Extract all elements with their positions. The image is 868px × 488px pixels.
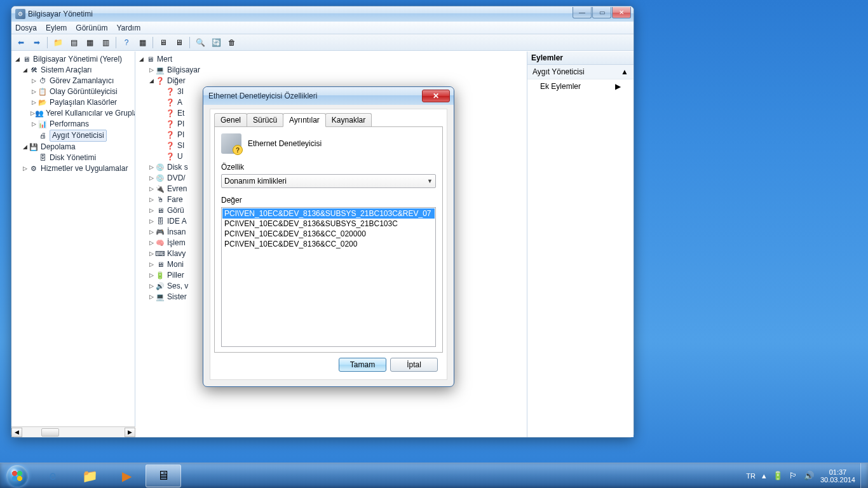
nav-perf[interactable]: Performans bbox=[50, 119, 89, 130]
tab-resources[interactable]: Kaynaklar bbox=[325, 113, 372, 127]
scroll-track[interactable] bbox=[22, 428, 125, 437]
nav-diskmgmt[interactable]: Disk Yönetimi bbox=[50, 152, 96, 163]
tray-volume-icon[interactable]: 🔊 bbox=[804, 471, 814, 480]
dev-root[interactable]: Mert bbox=[157, 54, 172, 65]
nav-localusers[interactable]: Yerel Kullanıcılar ve Gruplar bbox=[46, 108, 135, 119]
dev-item[interactable]: Klavy bbox=[167, 248, 186, 259]
expand-icon[interactable]: ◢ bbox=[148, 76, 155, 86]
nav-services[interactable]: Hizmetler ve Uygulamalar bbox=[41, 163, 128, 174]
dev-item[interactable]: İnsan bbox=[167, 227, 186, 238]
taskbar-compmgmt[interactable]: 🖥 bbox=[146, 464, 181, 487]
tab-general[interactable]: Genel bbox=[214, 113, 247, 127]
tab-driver[interactable]: Sürücü bbox=[247, 113, 283, 127]
tb-device-icon[interactable]: 🖥 bbox=[172, 36, 186, 49]
tb-monitor-icon[interactable]: 🖥 bbox=[156, 36, 170, 49]
dev-item[interactable]: Görü bbox=[167, 205, 184, 216]
dev-item[interactable]: SI bbox=[177, 140, 184, 151]
expand-icon[interactable]: ▷ bbox=[148, 281, 155, 292]
dev-item[interactable]: Evren bbox=[167, 184, 187, 194]
scroll-right[interactable]: ▶ bbox=[125, 428, 135, 437]
expand-icon[interactable]: ▷ bbox=[31, 108, 35, 119]
maximize-button[interactable]: ▭ bbox=[592, 7, 611, 18]
tray-chevron-up-icon[interactable]: ▴ bbox=[762, 471, 766, 480]
expand-icon[interactable]: ▷ bbox=[148, 259, 155, 270]
expand-icon[interactable]: ▷ bbox=[31, 119, 37, 130]
taskbar-mediaplayer[interactable]: ▶ bbox=[109, 464, 144, 487]
expand-icon[interactable]: ◢ bbox=[22, 142, 29, 152]
actions-section[interactable]: Aygıt Yöneticisi ▲ bbox=[527, 65, 634, 79]
tb-refresh-icon[interactable]: 🔄 bbox=[209, 36, 223, 49]
dev-item[interactable]: Et bbox=[177, 108, 184, 119]
expand-icon[interactable]: ▷ bbox=[148, 184, 155, 194]
tab-details[interactable]: Ayrıntılar bbox=[283, 113, 326, 127]
dev-item[interactable]: Ses, v bbox=[167, 281, 188, 292]
tb-scan-icon[interactable]: 🔍 bbox=[193, 36, 207, 49]
expand-icon[interactable]: ▷ bbox=[148, 194, 155, 205]
expand-icon[interactable]: ▷ bbox=[22, 163, 29, 174]
dev-item[interactable]: Fare bbox=[167, 194, 183, 205]
actions-more[interactable]: Ek Eylemler ▶ bbox=[527, 79, 634, 93]
tb-list-icon[interactable]: ▤ bbox=[67, 36, 81, 49]
expand-icon[interactable]: ◢ bbox=[138, 54, 145, 65]
dev-item[interactable]: İşlem bbox=[167, 238, 186, 248]
expand-icon[interactable]: ◢ bbox=[22, 65, 29, 76]
back-button[interactable]: ⬅ bbox=[14, 36, 28, 49]
menu-file[interactable]: Dosya bbox=[15, 24, 37, 32]
expand-icon[interactable]: ▷ bbox=[148, 238, 155, 248]
nav-pane[interactable]: ◢🖥Bilgisayar Yönetimi (Yerel) ◢🛠Sistem A… bbox=[11, 51, 135, 426]
show-desktop-button[interactable] bbox=[860, 463, 868, 489]
tray-action-center-icon[interactable]: 🏳 bbox=[789, 471, 797, 480]
dev-item[interactable]: PI bbox=[177, 119, 184, 130]
expand-icon[interactable]: ▷ bbox=[31, 86, 37, 97]
expand-icon[interactable]: ▷ bbox=[148, 248, 155, 259]
scroll-thumb[interactable] bbox=[41, 428, 59, 437]
tray-battery-icon[interactable]: 🔋 bbox=[773, 471, 783, 480]
nav-tools[interactable]: Sistem Araçları bbox=[41, 65, 92, 76]
property-combo[interactable]: Donanım kimlikleri ▼ bbox=[221, 174, 436, 188]
minimize-button[interactable]: — bbox=[573, 7, 592, 18]
nav-storage[interactable]: Depolama bbox=[41, 142, 76, 152]
menu-help[interactable]: Yardım bbox=[116, 24, 140, 32]
nav-scheduler[interactable]: Görev Zamanlayıcı bbox=[50, 76, 114, 86]
taskbar-ie[interactable]: ｅ bbox=[35, 464, 71, 487]
close-button[interactable]: ✕ bbox=[612, 7, 631, 18]
dev-item[interactable]: PI bbox=[177, 130, 184, 140]
ok-button[interactable]: Tamam bbox=[339, 358, 386, 372]
expand-icon[interactable]: ▷ bbox=[148, 173, 155, 184]
nav-shared[interactable]: Paylaşılan Klasörler bbox=[50, 97, 117, 108]
dev-other[interactable]: Diğer bbox=[167, 76, 186, 86]
expand-icon[interactable]: ▷ bbox=[31, 97, 37, 108]
expand-icon[interactable]: ▷ bbox=[148, 162, 155, 173]
menu-action[interactable]: Eylem bbox=[46, 24, 67, 32]
tb-props-icon[interactable]: ▦ bbox=[83, 36, 97, 49]
dialog-titlebar[interactable]: Ethernet Denetleyicisi Özellikleri ✕ bbox=[203, 87, 454, 105]
menu-view[interactable]: Görünüm bbox=[76, 24, 107, 32]
dev-item[interactable]: 3I bbox=[177, 86, 184, 97]
expand-icon[interactable]: ▷ bbox=[148, 227, 155, 238]
collapse-icon[interactable]: ▲ bbox=[621, 67, 628, 76]
nav-hscrollbar[interactable]: ◀ ▶ bbox=[11, 426, 135, 437]
tb-export-icon[interactable]: ▥ bbox=[98, 36, 112, 49]
expand-icon[interactable]: ▷ bbox=[148, 65, 155, 76]
tb-folder-icon[interactable]: 📁 bbox=[51, 36, 65, 49]
expand-icon[interactable]: ▷ bbox=[31, 76, 37, 86]
tb-help-icon[interactable]: ? bbox=[119, 36, 133, 49]
taskbar[interactable]: ｅ 📁 ▶ 🖥 TR ▴ 🔋 🏳 🔊 01:37 30.03.2014 bbox=[0, 463, 868, 488]
dev-computer[interactable]: Bilgisayar bbox=[167, 65, 200, 76]
tray-clock[interactable]: 01:37 30.03.2014 bbox=[820, 468, 855, 484]
list-item[interactable]: PCI\VEN_10EC&DEV_8136&CC_020000 bbox=[222, 229, 435, 239]
tray-lang[interactable]: TR bbox=[746, 472, 756, 480]
list-item[interactable]: PCI\VEN_10EC&DEV_8136&SUBSYS_21BC103C&RE… bbox=[222, 208, 435, 219]
expand-icon[interactable]: ▷ bbox=[148, 216, 155, 227]
dev-item[interactable]: Moni bbox=[167, 259, 184, 270]
dev-item[interactable]: DVD/ bbox=[167, 173, 186, 184]
dev-item[interactable]: Disk s bbox=[167, 162, 188, 173]
taskbar-explorer[interactable]: 📁 bbox=[72, 464, 107, 487]
scroll-left[interactable]: ◀ bbox=[11, 428, 22, 437]
mgmt-titlebar[interactable]: ⚙ Bilgisayar Yönetimi — ▭ ✕ bbox=[11, 6, 634, 22]
cancel-button[interactable]: İptal bbox=[390, 358, 438, 372]
dev-item[interactable]: A bbox=[177, 97, 182, 108]
nav-eventviewer[interactable]: Olay Görüntüleyicisi bbox=[50, 86, 118, 97]
expand-icon[interactable]: ▷ bbox=[148, 205, 155, 216]
tb-remove-icon[interactable]: 🗑 bbox=[225, 36, 239, 49]
